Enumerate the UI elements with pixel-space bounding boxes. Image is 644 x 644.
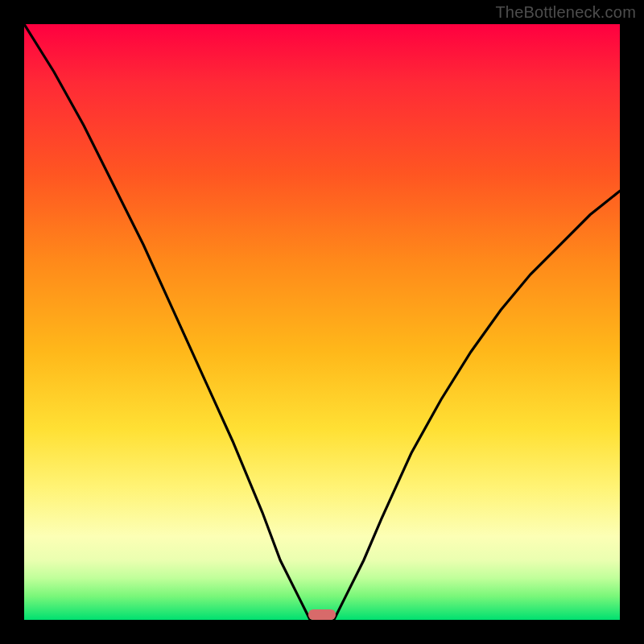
bottleneck-marker [308,609,336,620]
plot-area [24,24,620,620]
watermark-text: TheBottleneck.com [495,3,636,22]
curve-layer [24,24,620,620]
chart-frame: TheBottleneck.com [0,0,644,644]
bottleneck-curve [24,24,620,620]
